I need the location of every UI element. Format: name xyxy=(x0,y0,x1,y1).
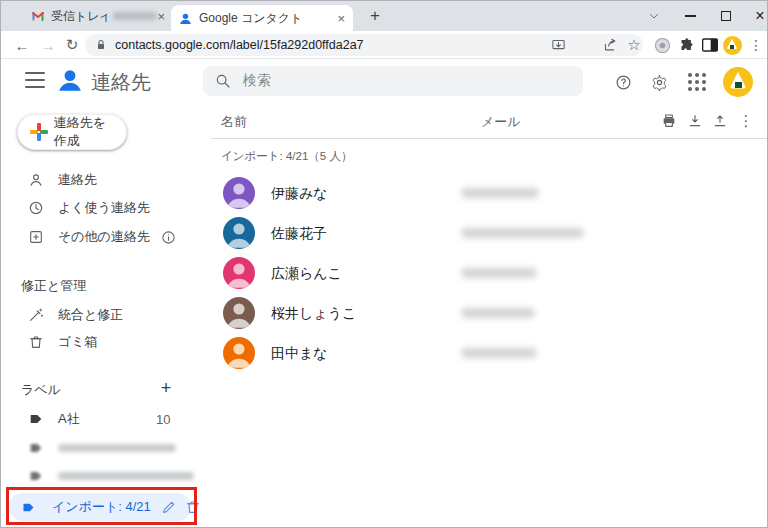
contact-row[interactable]: 桜井しょうこ xyxy=(211,293,768,333)
label-name-redacted xyxy=(58,444,176,452)
sidebar-item-label: その他の連絡先 xyxy=(58,228,150,246)
reload-icon[interactable]: ↻ xyxy=(61,34,83,56)
main-menu-icon[interactable] xyxy=(25,72,45,88)
import-upload-icon[interactable] xyxy=(711,112,729,130)
settings-gear-icon[interactable] xyxy=(647,70,671,94)
label-tag-icon xyxy=(28,468,44,484)
tab-title-redacted xyxy=(113,12,157,20)
lock-icon xyxy=(95,39,107,51)
google-apps-grid-icon[interactable] xyxy=(685,70,709,94)
contacts-logo-icon xyxy=(57,67,83,93)
contact-name: 広瀬らんこ xyxy=(271,265,342,283)
account-avatar[interactable] xyxy=(723,67,753,97)
share-icon[interactable] xyxy=(599,34,621,56)
sidebar-label-redacted[interactable] xyxy=(1,434,197,462)
other-contacts-icon xyxy=(28,229,44,245)
tab-title: 受信トレイ xyxy=(51,8,107,25)
label-tag-icon xyxy=(28,440,44,456)
print-icon[interactable] xyxy=(660,112,678,130)
contact-avatar xyxy=(223,257,255,289)
contact-email-redacted xyxy=(461,228,584,238)
contact-avatar xyxy=(223,337,255,369)
search-input[interactable]: 検索 xyxy=(203,66,583,96)
contact-email-redacted xyxy=(461,268,537,278)
browser-window: 受信トレイ × Google コンタクト × + × ← → ↻ contact… xyxy=(0,0,768,528)
trash-icon xyxy=(28,334,44,350)
browser-menu-icon[interactable]: ⋮ xyxy=(745,34,767,56)
column-email: メール xyxy=(481,113,521,131)
contact-email-redacted xyxy=(461,308,535,318)
group-header: インポート: 4/21（5 人） xyxy=(221,149,352,164)
section-header-manage: 修正と管理 xyxy=(21,277,86,295)
tab-close-icon[interactable]: × xyxy=(157,10,165,23)
app-title: 連絡先 xyxy=(91,69,151,96)
contact-row[interactable]: 広瀬らんこ xyxy=(211,253,768,293)
window-minimize-button[interactable] xyxy=(673,1,707,31)
contact-avatar xyxy=(223,297,255,329)
window-chevron-icon[interactable] xyxy=(637,1,671,31)
create-contact-label: 連絡先を作成 xyxy=(54,114,114,150)
contact-name: 桜井しょうこ xyxy=(271,305,356,323)
url-text: contacts.google.com/label/15fa292d0ffda2… xyxy=(115,38,364,52)
browser-profile-avatar[interactable] xyxy=(721,34,743,56)
magic-wand-icon xyxy=(28,307,44,323)
contact-name: 伊藤みな xyxy=(271,185,328,203)
create-contact-button[interactable]: 連絡先を作成 xyxy=(17,114,127,150)
sidebar-label-redacted[interactable] xyxy=(1,462,197,490)
sidebar-label-name: A社 xyxy=(58,410,80,428)
window-close-button[interactable]: × xyxy=(743,1,768,31)
contact-name: 田中まな xyxy=(271,345,328,363)
tab-strip: 受信トレイ × Google コンタクト × + × xyxy=(1,1,767,31)
contact-name: 佐藤花子 xyxy=(271,225,327,243)
extension-badge-icon[interactable] xyxy=(651,34,673,56)
contacts-icon xyxy=(179,12,192,25)
info-icon[interactable] xyxy=(159,228,177,246)
sidebar-item-merge-fix[interactable]: 統合と修正 xyxy=(1,301,197,329)
person-icon xyxy=(28,172,44,188)
new-tab-button[interactable]: + xyxy=(363,4,387,28)
sidebar-item-contacts[interactable]: 連絡先 xyxy=(1,166,197,194)
sidebar-item-label: ゴミ箱 xyxy=(58,333,98,351)
window-maximize-button[interactable] xyxy=(709,1,743,31)
search-icon xyxy=(215,73,231,89)
sidebar-item-frequent[interactable]: よく使う連絡先 xyxy=(1,194,197,222)
contact-avatar xyxy=(223,217,255,249)
sidebar-item-label: よく使う連絡先 xyxy=(58,199,150,217)
contact-row[interactable]: 佐藤花子 xyxy=(211,213,768,253)
install-icon[interactable] xyxy=(547,34,569,56)
contact-email-redacted xyxy=(461,348,537,358)
tab-google-contacts[interactable]: Google コンタクト × xyxy=(171,5,353,31)
bookmark-star-icon[interactable]: ☆ xyxy=(623,34,645,56)
contact-row[interactable]: 田中まな xyxy=(211,333,768,373)
sidebar-item-label: 統合と修正 xyxy=(58,306,123,324)
more-options-icon[interactable]: ⋮ xyxy=(737,112,755,130)
extensions-puzzle-icon[interactable] xyxy=(675,34,697,56)
forward-icon[interactable]: → xyxy=(37,34,59,56)
list-column-header: 名前 メール ⋮ xyxy=(211,101,768,139)
plus-icon xyxy=(30,123,44,141)
tab-gmail[interactable]: 受信トレイ × xyxy=(26,1,171,31)
export-download-icon[interactable] xyxy=(686,112,704,130)
gmail-icon xyxy=(32,11,44,22)
sidebar-item-label: 連絡先 xyxy=(58,171,97,189)
sidebar-item-trash[interactable]: ゴミ箱 xyxy=(1,328,197,356)
section-header-labels: ラベル xyxy=(21,381,61,399)
back-icon[interactable]: ← xyxy=(11,34,33,56)
search-placeholder: 検索 xyxy=(243,72,271,90)
history-clock-icon xyxy=(28,200,44,216)
contact-email-redacted xyxy=(461,188,539,198)
annotation-red-box xyxy=(6,487,197,525)
contact-row[interactable]: 伊藤みな xyxy=(211,173,768,213)
contact-avatar xyxy=(223,177,255,209)
tab-title: Google コンタクト xyxy=(199,10,302,27)
label-count: 10 xyxy=(156,412,170,427)
column-name: 名前 xyxy=(221,113,247,131)
side-panel-icon[interactable] xyxy=(699,34,721,56)
label-name-redacted xyxy=(58,472,194,480)
tab-close-icon[interactable]: × xyxy=(337,12,345,25)
help-icon[interactable] xyxy=(611,70,635,94)
add-label-icon[interactable]: + xyxy=(157,379,175,397)
label-tag-icon xyxy=(28,411,44,427)
